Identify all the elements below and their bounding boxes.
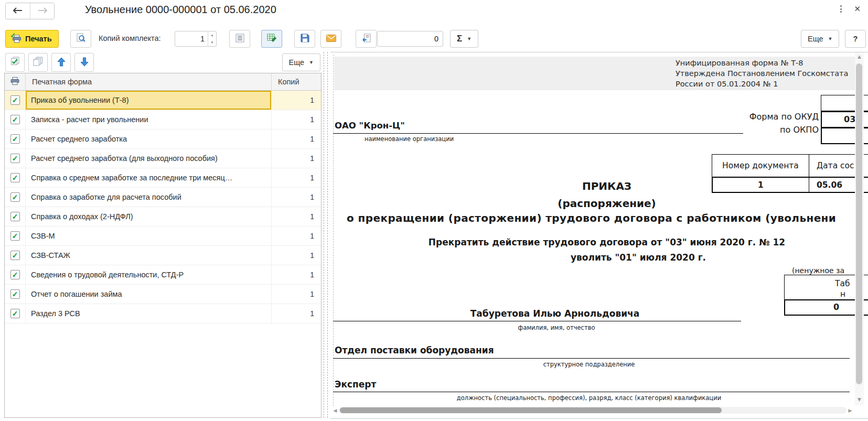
help-button[interactable]: ? — [845, 30, 866, 48]
form-checkbox[interactable]: ✓ — [10, 270, 20, 279]
form-checkbox[interactable]: ✓ — [10, 154, 20, 163]
form-name[interactable]: Справка о среднем заработке за последние… — [26, 168, 272, 187]
move-down-button[interactable] — [74, 53, 94, 72]
edit-table-button[interactable] — [261, 30, 282, 48]
form-row-check-cell: ✓ — [5, 91, 26, 110]
form-copies[interactable]: 1 — [272, 285, 321, 304]
form-row[interactable]: ✓Справка о доходах (2-НДФЛ)1 — [5, 207, 321, 226]
forward-arrow-icon — [37, 7, 48, 15]
form-copies[interactable]: 1 — [272, 207, 321, 226]
form-checkbox[interactable]: ✓ — [10, 134, 20, 144]
form-checkbox[interactable]: ✓ — [10, 212, 20, 221]
department-caption: структурное подразделение — [330, 361, 848, 368]
horizontal-scroll-thumb[interactable] — [340, 407, 722, 413]
spinner-down-icon[interactable]: ▼ — [208, 39, 216, 46]
form-row[interactable]: ✓СЗВ-СТАЖ1 — [5, 246, 321, 265]
form-name[interactable]: Раздел 3 РСВ — [26, 304, 272, 323]
forward-button[interactable] — [30, 3, 54, 19]
pages-check-icon — [9, 57, 20, 68]
copies-value[interactable]: 1 — [175, 31, 208, 46]
tab-number-label-part1: Таб — [835, 279, 850, 288]
close-icon[interactable]: ✕ — [852, 3, 863, 15]
menu-kebab-icon[interactable] — [838, 4, 844, 14]
form-checkbox[interactable]: ✓ — [10, 309, 20, 318]
scroll-left-icon[interactable]: ◀ — [331, 408, 339, 413]
form-copies[interactable]: 1 — [272, 168, 321, 187]
form-name[interactable]: Справка о заработке для расчета пособий — [26, 188, 272, 207]
form-copies[interactable]: 1 — [272, 246, 321, 265]
form-copies[interactable]: 1 — [272, 304, 321, 323]
form-checkbox[interactable]: ✓ — [10, 115, 20, 124]
form-name[interactable]: СЗВ-СТАЖ — [26, 246, 272, 265]
email-button[interactable] — [320, 30, 341, 48]
form-checkbox[interactable]: ✓ — [10, 173, 20, 182]
form-name[interactable]: Расчет среднего заработка — [26, 129, 272, 148]
horizontal-scroll-track[interactable] — [339, 407, 846, 414]
form-name[interactable]: Записка - расчет при увольнении — [26, 110, 272, 129]
form-checkbox[interactable]: ✓ — [10, 231, 20, 241]
form-name[interactable]: Отчет о погашении займа — [26, 285, 272, 304]
form-copies[interactable]: 1 — [272, 91, 321, 110]
uncheck-all-button[interactable] — [28, 53, 48, 72]
vertical-scrollbar[interactable]: ▲ ▼ — [855, 53, 864, 405]
form-copies[interactable]: 1 — [272, 226, 321, 245]
panel-splitter[interactable] — [324, 52, 328, 418]
more-button-list[interactable]: Еще ▼ — [282, 53, 320, 71]
form-row[interactable]: ✓Справка о заработке для расчета пособий… — [5, 188, 321, 207]
employee-caption: фамилия, имя, отчество — [330, 324, 783, 331]
counter-input[interactable]: 0 — [377, 31, 443, 47]
scroll-right-icon[interactable]: ▶ — [846, 408, 854, 413]
form-row[interactable]: ✓Сведения о трудовой деятельности, СТД-Р… — [5, 265, 321, 285]
copies-spinner[interactable]: 1 ▲ ▼ — [175, 31, 217, 47]
form-name[interactable]: Расчет среднего заработка (для выходного… — [26, 149, 272, 168]
form-row[interactable]: ✓СЗВ-М1 — [5, 226, 321, 246]
doc-number-header: Номер документа — [712, 155, 809, 177]
form-row-check-cell: ✓ — [5, 168, 26, 187]
vertical-scroll-thumb[interactable] — [856, 63, 862, 384]
preview-button[interactable] — [70, 30, 91, 48]
form-copies[interactable]: 1 — [272, 129, 321, 148]
insert-to-document-button[interactable] — [356, 30, 377, 48]
form-row-check-cell: ✓ — [5, 265, 26, 284]
structure-button[interactable] — [229, 30, 250, 48]
form-checkbox[interactable]: ✓ — [10, 95, 20, 105]
form-row[interactable]: ✓Отчет о погашении займа1 — [5, 285, 321, 304]
save-button[interactable] — [294, 30, 315, 48]
form-checkbox[interactable]: ✓ — [10, 251, 20, 260]
scroll-up-icon[interactable]: ▲ — [855, 54, 864, 59]
form-name[interactable]: Справка о доходах (2-НДФЛ) — [26, 207, 272, 226]
form-checkbox[interactable]: ✓ — [10, 289, 20, 299]
chevron-down-icon: ▼ — [828, 36, 833, 41]
back-button[interactable] — [6, 3, 30, 19]
form-row[interactable]: ✓Записка - расчет при увольнении1 — [5, 110, 321, 129]
form-copies[interactable]: 1 — [272, 265, 321, 284]
print-forms-panel: Еще ▼ Печатная форма Копий ✓Приказ об ув… — [4, 52, 322, 418]
spinner-up-icon[interactable]: ▲ — [208, 31, 216, 39]
form-row[interactable]: ✓Раздел 3 РСВ1 — [5, 304, 321, 323]
arrow-down-icon — [80, 57, 89, 68]
sum-button[interactable]: Σ ▼ — [450, 30, 478, 48]
form-row[interactable]: ✓Справка о среднем заработке за последни… — [5, 168, 321, 188]
more-button-main[interactable]: Еще ▼ — [801, 30, 839, 48]
scroll-down-icon[interactable]: ▼ — [855, 397, 864, 402]
horizontal-scrollbar[interactable]: ◀ ▶ — [331, 406, 854, 415]
column-header-form[interactable]: Печатная форма — [26, 73, 272, 90]
form-row[interactable]: ✓Приказ об увольнении (Т-8)1 — [5, 91, 321, 110]
move-up-button[interactable] — [51, 53, 71, 72]
form-name[interactable]: Приказ об увольнении (Т-8) — [26, 91, 272, 110]
check-all-button[interactable] — [5, 53, 25, 72]
chevron-down-icon: ▼ — [309, 60, 314, 65]
form-row[interactable]: ✓Расчет среднего заработка (для выходног… — [5, 149, 321, 168]
envelope-icon — [326, 35, 336, 44]
printer-column-header — [5, 73, 26, 90]
form-copies[interactable]: 1 — [272, 188, 321, 207]
form-row[interactable]: ✓Расчет среднего заработка1 — [5, 129, 321, 149]
form-copies[interactable]: 1 — [272, 149, 321, 168]
form-checkbox[interactable]: ✓ — [10, 192, 20, 202]
form-name[interactable]: Сведения о трудовой деятельности, СТД-Р — [26, 265, 272, 284]
column-header-copies[interactable]: Копий — [272, 78, 321, 86]
print-button[interactable]: ✓ Печать — [5, 30, 59, 48]
form-name[interactable]: СЗВ-М — [26, 226, 272, 245]
department-underline — [333, 358, 850, 359]
form-copies[interactable]: 1 — [272, 110, 321, 129]
